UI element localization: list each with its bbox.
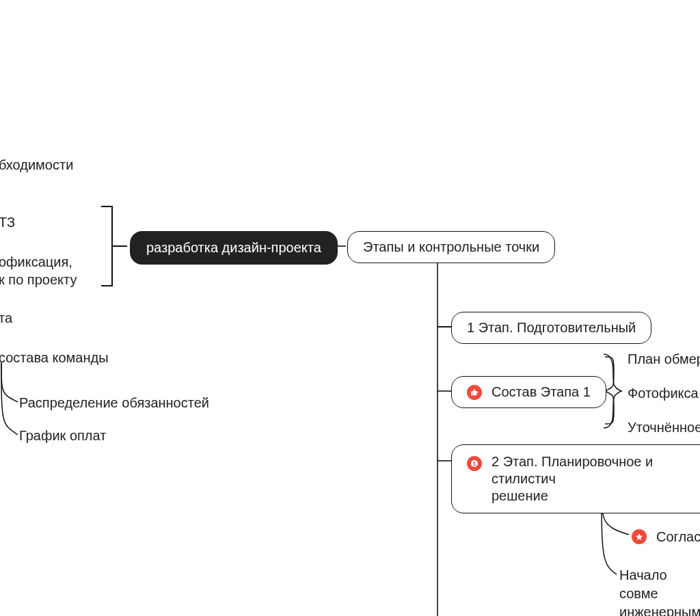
star-icon [632, 529, 647, 544]
node-root[interactable]: разработка дизайн-проекта [130, 231, 338, 265]
node-stages[interactable]: Этапы и контрольные точки [347, 231, 555, 263]
node-fotofiksatsia[interactable]: Фотофикса [628, 384, 699, 402]
partial-text-ta: та [0, 309, 12, 327]
node-stage-2[interactable]: 2 Этап. Планировочное и стилистич решени… [451, 444, 700, 513]
node-plan-obmer[interactable]: План обмер [628, 350, 700, 368]
node-stage-2-label: 2 Этап. Планировочное и стилистич решени… [492, 453, 700, 505]
partial-text-photo-line2: к по проекту [0, 271, 77, 289]
node-stage-1[interactable]: 1 Этап. Подготовительный [451, 312, 651, 344]
node-utochnennoe[interactable]: Уточнённое [628, 418, 700, 436]
node-responsibilities[interactable]: Распределение обязанностей [19, 394, 209, 412]
connectors [0, 0, 700, 616]
node-stages-label: Этапы и контрольные точки [363, 239, 539, 256]
node-root-label: разработка дизайн-проекта [146, 239, 321, 256]
node-stage-1-label: 1 Этап. Подготовительный [467, 319, 636, 336]
partial-text-photo-line1: офиксация, [0, 253, 72, 271]
thumbs-up-icon [467, 385, 482, 400]
node-stage-1-composition-label: Состав Этапа 1 [492, 384, 591, 401]
node-nachalo-sovme[interactable]: Начало совме инженерными [619, 566, 700, 616]
node-soglasova[interactable]: Согласова [632, 528, 700, 546]
partial-text-necessity: бходимости [0, 156, 73, 174]
partial-text-team: состава команды [0, 349, 109, 366]
node-soglasova-label: Согласова [656, 528, 700, 546]
dollar-icon [467, 456, 482, 471]
node-stage-1-composition[interactable]: Состав Этапа 1 [451, 376, 606, 408]
mindmap-canvas[interactable]: бходимости ТЗ офиксация, к по проекту та… [0, 0, 700, 616]
partial-text-tz: ТЗ [0, 213, 15, 231]
node-payment-schedule[interactable]: График оплат [19, 427, 106, 444]
